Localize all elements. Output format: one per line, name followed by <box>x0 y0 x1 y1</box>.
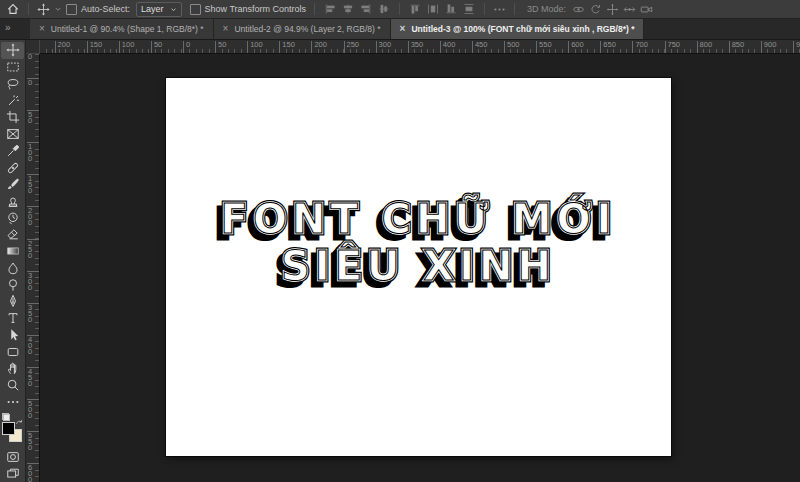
checkbox-box[interactable] <box>66 4 77 15</box>
ruler-label: 650 <box>600 41 616 49</box>
show-transform-label: Show Transform Controls <box>205 4 307 14</box>
ruler-label: 500 <box>504 41 520 49</box>
ruler-label: 100 <box>247 41 263 49</box>
artwork-text-line-2: SIÊU XINH SIÊU XINH SIÊU XINH SIÊU XINH <box>166 243 671 290</box>
divider <box>484 3 485 15</box>
divider <box>314 3 315 15</box>
tool-lasso[interactable] <box>1 75 24 92</box>
ruler-label: 900 <box>761 41 777 49</box>
document-canvas[interactable]: FONT CHỮ MỚI FONT CHỮ MỚI FONT CHỮ MỚI F… <box>166 78 671 456</box>
ruler-label: 3 0 0 <box>28 271 32 291</box>
show-transform-checkbox[interactable]: Show Transform Controls <box>190 4 307 15</box>
tools-panel <box>0 40 26 482</box>
tool-hand[interactable] <box>1 360 24 377</box>
tool-path-selection[interactable] <box>1 326 24 343</box>
3d-roll-icon[interactable] <box>589 3 602 16</box>
tab-close-icon[interactable]: × <box>223 24 229 34</box>
tool-frame[interactable] <box>1 126 24 143</box>
photoshop-window: Auto-Select: Layer Show Transform Contro… <box>0 0 800 482</box>
canvas-viewport[interactable]: FONT CHỮ MỚI FONT CHỮ MỚI FONT CHỮ MỚI F… <box>40 54 800 482</box>
home-icon[interactable] <box>6 2 20 16</box>
align-horizontal-centers-icon[interactable] <box>342 3 354 15</box>
document-tab[interactable]: ×Untitled-3 @ 100% (FONT chữ mới siêu xi… <box>391 19 645 39</box>
tool-edit-toolbar[interactable] <box>1 393 24 410</box>
auto-select-target-dropdown[interactable]: Layer <box>136 2 182 17</box>
tool-brush[interactable] <box>1 176 24 193</box>
quick-mask-mode-button[interactable] <box>1 449 24 466</box>
3d-camera-icon[interactable] <box>640 3 653 16</box>
ruler-label: 300 <box>376 41 392 49</box>
ruler-label: 5 5 0 <box>28 431 32 451</box>
ruler-label: 400 <box>440 41 456 49</box>
tab-close-icon[interactable]: × <box>39 24 45 34</box>
align-vertical-centers-icon[interactable] <box>378 3 390 15</box>
ruler-label: 700 <box>632 41 648 49</box>
collapse-panels-icon[interactable]: » <box>0 19 30 39</box>
ruler-label: 6 0 0 <box>28 463 32 482</box>
tool-marquee[interactable] <box>1 59 24 76</box>
tool-type[interactable] <box>1 310 24 327</box>
auto-select-checkbox[interactable]: Auto-Select: <box>66 4 130 15</box>
text-fill-layer: SIÊU XINH <box>166 243 671 290</box>
default-colors-icon[interactable] <box>2 413 10 421</box>
tool-rectangle-shape[interactable] <box>1 343 24 360</box>
tool-crop[interactable] <box>1 109 24 126</box>
document-tab[interactable]: ×Untitled-1 @ 90.4% (Shape 1, RGB/8*) * <box>30 19 214 39</box>
ruler-label: 1 0 0 <box>28 142 32 162</box>
foreground-color-swatch[interactable] <box>2 422 15 435</box>
tab-title: Untitled-3 @ 100% (FONT chữ mới siêu xin… <box>411 24 634 34</box>
distribute-horizontal-icon[interactable] <box>427 3 439 15</box>
align-right-edges-icon[interactable] <box>360 3 372 15</box>
divider <box>514 3 515 15</box>
ruler-label: 200 <box>311 41 327 49</box>
ruler-origin-corner[interactable] <box>26 40 40 54</box>
move-tool-preset-icon[interactable] <box>37 3 50 16</box>
ellipsis-icon[interactable] <box>493 3 506 16</box>
tool-gradient[interactable] <box>1 243 24 260</box>
screen-mode-button[interactable] <box>1 465 24 482</box>
tool-pen[interactable] <box>1 293 24 310</box>
3d-slide-icon[interactable] <box>623 3 636 16</box>
ruler-label: 1 5 0 <box>28 174 32 194</box>
ruler-label: 150 <box>87 41 103 49</box>
align-top-edges-icon[interactable] <box>409 3 421 15</box>
tab-title: Untitled-1 @ 90.4% (Shape 1, RGB/8*) * <box>51 24 204 34</box>
chevron-down-icon[interactable] <box>54 5 62 13</box>
auto-select-label: Auto-Select: <box>81 4 130 14</box>
vertical-ruler[interactable]: 5 005 01 0 01 5 02 0 02 5 03 0 03 5 04 0… <box>26 54 40 482</box>
tab-close-icon[interactable]: × <box>400 24 406 34</box>
ruler-label: 0 <box>28 78 32 86</box>
ruler-label: 4 0 0 <box>28 335 32 355</box>
tool-history-brush[interactable] <box>1 209 24 226</box>
distribute-vertical-icon[interactable] <box>463 3 475 15</box>
ruler-label: 600 <box>568 41 584 49</box>
3d-pan-icon[interactable] <box>606 3 619 16</box>
3d-orbit-icon[interactable] <box>572 3 585 16</box>
dropdown-value: Layer <box>141 4 164 14</box>
ruler-label: 150 <box>279 41 295 49</box>
tool-dodge[interactable] <box>1 276 24 293</box>
work-area: 2001501005005010015020025030035040045050… <box>26 40 800 482</box>
align-left-edges-icon[interactable] <box>324 3 336 15</box>
ruler-label: 50 <box>151 41 162 49</box>
ruler-label: 5 0 0 <box>28 399 32 419</box>
tool-eyedropper[interactable] <box>1 142 24 159</box>
document-tab-bar: » ×Untitled-1 @ 90.4% (Shape 1, RGB/8*) … <box>0 19 800 40</box>
ruler-label: 250 <box>344 41 360 49</box>
document-tab[interactable]: ×Untitled-2 @ 94.9% (Layer 2, RGB/8) * <box>214 19 391 39</box>
text-fill-layer: FONT CHỮ MỚI <box>166 196 671 243</box>
ruler-label: 3 5 0 <box>28 303 32 323</box>
tool-clone-stamp[interactable] <box>1 193 24 210</box>
tool-eraser[interactable] <box>1 226 24 243</box>
align-bottom-edges-icon[interactable] <box>445 3 457 15</box>
checkbox-box[interactable] <box>190 4 201 15</box>
tool-healing-brush[interactable] <box>1 159 24 176</box>
canvas-artwork-text: FONT CHỮ MỚI FONT CHỮ MỚI FONT CHỮ MỚI F… <box>166 196 671 290</box>
ruler-ticks <box>40 49 800 53</box>
horizontal-ruler[interactable]: 2001501005005010015020025030035040045050… <box>40 40 800 54</box>
tool-move[interactable] <box>1 42 24 59</box>
tool-blur[interactable] <box>1 260 24 277</box>
tool-zoom[interactable] <box>1 377 24 394</box>
ruler-label: 800 <box>697 41 713 49</box>
tool-object-selection[interactable] <box>1 92 24 109</box>
